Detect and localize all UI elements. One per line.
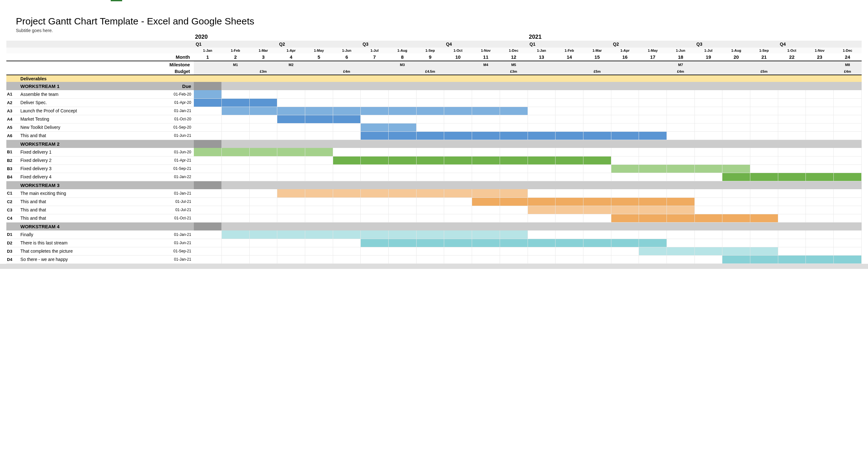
gantt-cell-A5-14[interactable] bbox=[556, 123, 583, 131]
gantt-cell-C3-19[interactable] bbox=[694, 206, 722, 214]
gantt-cell-B3-2[interactable] bbox=[221, 165, 249, 173]
gantt-cell-D2-5[interactable] bbox=[305, 239, 333, 247]
gantt-cell-D4-16[interactable] bbox=[611, 255, 639, 264]
gantt-cell-D4-19[interactable] bbox=[694, 255, 722, 264]
gantt-cell-C4-9[interactable] bbox=[416, 214, 444, 222]
ws-gantt-cell[interactable] bbox=[806, 181, 834, 189]
gantt-bar-B1[interactable] bbox=[221, 148, 249, 156]
gantt-cell-C3-12[interactable] bbox=[500, 206, 528, 214]
gantt-cell-A5-24[interactable] bbox=[833, 123, 861, 131]
gantt-bar-B4[interactable] bbox=[778, 173, 806, 181]
gantt-cell-A2-14[interactable] bbox=[556, 98, 583, 107]
gantt-cell-C3-9[interactable] bbox=[416, 206, 444, 214]
gantt-bar-A2[interactable] bbox=[194, 98, 222, 107]
gantt-cell-C1-19[interactable] bbox=[694, 189, 722, 198]
gantt-cell-B1-13[interactable] bbox=[528, 148, 556, 156]
gantt-cell-B1-14[interactable] bbox=[556, 148, 583, 156]
ws-gantt-cell[interactable] bbox=[361, 181, 389, 189]
gantt-bar-D2[interactable] bbox=[611, 239, 639, 247]
gantt-cell-A4-23[interactable] bbox=[806, 115, 834, 123]
gantt-bar-A2[interactable] bbox=[221, 98, 249, 107]
gantt-cell-A5-17[interactable] bbox=[639, 123, 667, 131]
gantt-cell-A3-21[interactable] bbox=[750, 107, 778, 115]
ws-gantt-cell[interactable] bbox=[722, 181, 750, 189]
gantt-cell-C4-7[interactable] bbox=[361, 214, 389, 222]
gantt-cell-D4-8[interactable] bbox=[388, 255, 416, 264]
gantt-cell-B3-6[interactable] bbox=[333, 165, 361, 173]
gantt-bar-B1[interactable] bbox=[305, 148, 333, 156]
gantt-bar-C2[interactable] bbox=[666, 198, 694, 206]
gantt-bar-C2[interactable] bbox=[639, 198, 667, 206]
gantt-cell-B4-16[interactable] bbox=[611, 173, 639, 181]
gantt-cell-D4-12[interactable] bbox=[500, 255, 528, 264]
gantt-bar-C3[interactable] bbox=[639, 206, 667, 214]
gantt-cell-D3-14[interactable] bbox=[556, 247, 583, 255]
gantt-cell-B2-4[interactable] bbox=[277, 156, 305, 165]
ws-gantt-cell[interactable] bbox=[388, 140, 416, 148]
ws-gantt-cell[interactable] bbox=[305, 181, 333, 189]
ws-gantt-cell[interactable] bbox=[528, 222, 556, 231]
gantt-cell-A2-7[interactable] bbox=[361, 98, 389, 107]
gantt-cell-A4-17[interactable] bbox=[639, 115, 667, 123]
gantt-cell-A3-17[interactable] bbox=[639, 107, 667, 115]
ws-gantt-cell[interactable] bbox=[333, 140, 361, 148]
gantt-cell-A3-23[interactable] bbox=[806, 107, 834, 115]
gantt-cell-A2-22[interactable] bbox=[778, 98, 806, 107]
gantt-bar-D2[interactable] bbox=[444, 239, 472, 247]
gantt-cell-C2-3[interactable] bbox=[249, 198, 277, 206]
gantt-cell-A5-12[interactable] bbox=[500, 123, 528, 131]
gantt-cell-A1-9[interactable] bbox=[416, 90, 444, 98]
gantt-bar-A3[interactable] bbox=[361, 107, 389, 115]
gantt-bar-B3[interactable] bbox=[611, 165, 639, 173]
gantt-bar-A3[interactable] bbox=[472, 107, 500, 115]
gantt-bar-A6[interactable] bbox=[416, 131, 444, 140]
ws-gantt-cell[interactable] bbox=[806, 140, 834, 148]
gantt-cell-A4-15[interactable] bbox=[583, 115, 611, 123]
gantt-cell-A4-2[interactable] bbox=[221, 115, 249, 123]
gantt-cell-D3-13[interactable] bbox=[528, 247, 556, 255]
gantt-bar-C3[interactable] bbox=[583, 206, 611, 214]
gantt-bar-A4[interactable] bbox=[305, 115, 333, 123]
ws-gantt-cell[interactable] bbox=[361, 140, 389, 148]
gantt-bar-D1[interactable] bbox=[388, 231, 416, 239]
gantt-bar-D2[interactable] bbox=[361, 239, 389, 247]
gantt-bar-C4[interactable] bbox=[639, 214, 667, 222]
gantt-bar-B2[interactable] bbox=[416, 156, 444, 165]
gantt-cell-C3-24[interactable] bbox=[833, 206, 861, 214]
gantt-cell-C4-3[interactable] bbox=[249, 214, 277, 222]
ws-gantt-cell[interactable] bbox=[472, 222, 500, 231]
gantt-cell-A2-8[interactable] bbox=[388, 98, 416, 107]
gantt-bar-B2[interactable] bbox=[583, 156, 611, 165]
gantt-cell-D4-3[interactable] bbox=[249, 255, 277, 264]
gantt-cell-D1-23[interactable] bbox=[806, 231, 834, 239]
gantt-cell-C4-2[interactable] bbox=[221, 214, 249, 222]
gantt-cell-A1-12[interactable] bbox=[500, 90, 528, 98]
gantt-cell-A1-7[interactable] bbox=[361, 90, 389, 98]
gantt-cell-D2-20[interactable] bbox=[722, 239, 750, 247]
gantt-cell-A3-24[interactable] bbox=[833, 107, 861, 115]
gantt-cell-D4-4[interactable] bbox=[277, 255, 305, 264]
gantt-cell-A2-13[interactable] bbox=[528, 98, 556, 107]
gantt-cell-C1-2[interactable] bbox=[221, 189, 249, 198]
gantt-cell-D4-14[interactable] bbox=[556, 255, 583, 264]
gantt-bar-A2[interactable] bbox=[249, 98, 277, 107]
gantt-bar-C1[interactable] bbox=[416, 189, 444, 198]
ws-gantt-cell[interactable] bbox=[221, 82, 249, 90]
gantt-cell-C2-20[interactable] bbox=[722, 198, 750, 206]
gantt-cell-B1-20[interactable] bbox=[722, 148, 750, 156]
gantt-cell-D2-19[interactable] bbox=[694, 239, 722, 247]
gantt-cell-D4-2[interactable] bbox=[221, 255, 249, 264]
gantt-cell-A1-2[interactable] bbox=[221, 90, 249, 98]
gantt-bar-D2[interactable] bbox=[556, 239, 583, 247]
gantt-cell-C4-4[interactable] bbox=[277, 214, 305, 222]
gantt-cell-A1-18[interactable] bbox=[666, 90, 694, 98]
gantt-cell-A1-4[interactable] bbox=[277, 90, 305, 98]
gantt-cell-A6-19[interactable] bbox=[694, 131, 722, 140]
gantt-cell-B4-7[interactable] bbox=[361, 173, 389, 181]
gantt-cell-A1-14[interactable] bbox=[556, 90, 583, 98]
gantt-cell-C1-20[interactable] bbox=[722, 189, 750, 198]
ws-gantt-cell[interactable] bbox=[528, 181, 556, 189]
gantt-cell-D2-2[interactable] bbox=[221, 239, 249, 247]
ws-gantt-cell[interactable] bbox=[694, 140, 722, 148]
gantt-cell-A5-20[interactable] bbox=[722, 123, 750, 131]
